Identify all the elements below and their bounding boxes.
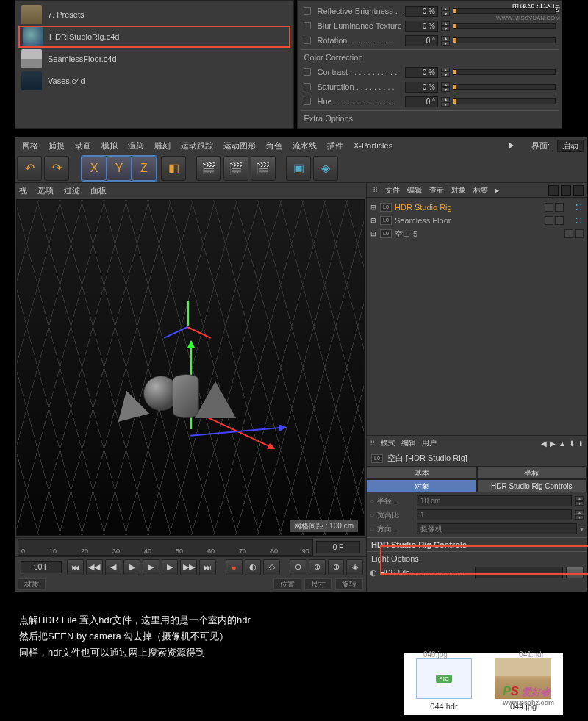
om-menu[interactable]: 对象 bbox=[448, 185, 469, 196]
spline-button[interactable]: ◈ bbox=[313, 156, 338, 181]
menu-item[interactable]: 流水线 bbox=[288, 140, 321, 151]
coord-system-button[interactable]: ◧ bbox=[161, 156, 186, 181]
expand-icon[interactable]: ⊞ bbox=[370, 230, 377, 237]
om-menu[interactable]: 文件 bbox=[382, 185, 403, 196]
file-item-presets[interactable]: 7. Presets bbox=[18, 4, 290, 26]
file-item-hdri[interactable]: HDRIStudioRig.c4d bbox=[18, 26, 290, 48]
slider[interactable] bbox=[453, 23, 556, 29]
vis-tag[interactable] bbox=[575, 229, 584, 238]
menu-item[interactable]: 雕刻 bbox=[150, 140, 175, 151]
record-button[interactable]: ● bbox=[226, 559, 243, 575]
spinner[interactable]: ▴▾ bbox=[441, 7, 450, 16]
file-item-vases[interactable]: Vases.c4d bbox=[18, 70, 290, 92]
timeline-ruler[interactable]: 0 10 20 30 40 50 60 70 80 90 bbox=[18, 539, 313, 556]
checkbox-icon[interactable] bbox=[304, 68, 311, 76]
tab-object[interactable]: 对象 bbox=[367, 479, 477, 492]
menu-item[interactable]: 网格 bbox=[18, 140, 43, 151]
aspect-field[interactable]: 1 bbox=[417, 509, 572, 520]
om-menu[interactable]: 标签 bbox=[470, 185, 491, 196]
browse-button[interactable]: ... bbox=[566, 567, 584, 578]
menu-item[interactable]: X-Particles bbox=[349, 141, 397, 150]
value-field[interactable]: 0 % bbox=[405, 82, 438, 93]
menu-item[interactable]: 捕捉 bbox=[44, 140, 69, 151]
axis-z-button[interactable]: Z bbox=[132, 156, 157, 181]
play-back-button[interactable]: ▶ bbox=[123, 559, 140, 575]
value-field[interactable]: 0 ° bbox=[405, 96, 438, 107]
current-frame[interactable]: 0 F bbox=[316, 541, 360, 553]
play-button[interactable]: ▶ bbox=[143, 559, 159, 575]
object-hdr-rig[interactable]: ⊞ L0 HDR Studio Rig ∷ bbox=[370, 201, 584, 214]
om-menu[interactable]: 编辑 bbox=[404, 185, 425, 196]
file-item-floor[interactable]: SeamlessFloor.c4d bbox=[18, 48, 290, 70]
vis-tag[interactable] bbox=[555, 203, 564, 212]
visibility-dots[interactable]: ∷ bbox=[576, 215, 584, 226]
spinner[interactable]: ▴▾ bbox=[441, 68, 450, 77]
vis-tag[interactable] bbox=[564, 229, 573, 238]
vis-tag[interactable] bbox=[555, 216, 564, 225]
checkbox-icon[interactable] bbox=[304, 7, 311, 15]
prev-key-button[interactable]: ◀◀ bbox=[86, 559, 103, 575]
menu-item[interactable]: 运动图形 bbox=[219, 140, 260, 151]
layout-dropdown[interactable]: 启动 bbox=[557, 140, 584, 152]
tab-basic[interactable]: 基本 bbox=[367, 466, 477, 479]
key-rot-button[interactable]: ⊕ bbox=[328, 559, 345, 575]
key-param-button[interactable]: ◈ bbox=[346, 559, 363, 575]
slider[interactable] bbox=[453, 98, 556, 104]
nav-back-icon[interactable]: ◀ bbox=[541, 440, 547, 448]
hdr-file-field[interactable] bbox=[475, 567, 563, 578]
goto-end-button[interactable]: ⏭ bbox=[199, 559, 216, 575]
menu-item[interactable]: 动画 bbox=[71, 140, 96, 151]
slider[interactable] bbox=[453, 69, 556, 75]
checkbox-icon[interactable] bbox=[304, 83, 311, 90]
tab-controls[interactable]: HDR Studio Rig Controls bbox=[477, 479, 587, 492]
checkbox-icon[interactable] bbox=[304, 98, 311, 105]
om-menu-more[interactable]: ▸ bbox=[492, 186, 502, 194]
lock-icon[interactable]: ⬇ bbox=[569, 440, 575, 448]
slider[interactable] bbox=[453, 37, 556, 43]
shape-pyramid[interactable] bbox=[111, 387, 149, 422]
value-field[interactable]: 0 % bbox=[405, 6, 438, 17]
status-tab[interactable]: 材质 bbox=[18, 578, 46, 590]
status-tab[interactable]: 旋转 bbox=[335, 578, 363, 590]
end-frame[interactable]: 90 F bbox=[21, 561, 62, 573]
render-queue-button[interactable]: 🎬 bbox=[251, 156, 276, 181]
menu-item[interactable]: 角色 bbox=[262, 140, 287, 151]
spinner[interactable]: ▴▾ bbox=[441, 82, 450, 92]
filter-icon[interactable] bbox=[573, 185, 584, 196]
vis-tag[interactable] bbox=[545, 203, 553, 212]
preview-hdr[interactable]: PIC 044.hdr bbox=[412, 658, 476, 711]
redo-button[interactable]: ↷ bbox=[44, 156, 69, 181]
spinner[interactable]: ▴▾ bbox=[575, 510, 584, 520]
value-field[interactable]: 0 % bbox=[405, 67, 438, 78]
value-field[interactable]: 0 % bbox=[405, 21, 438, 32]
autokey-button[interactable]: ◐ bbox=[245, 559, 262, 575]
key-options-button[interactable]: ◇ bbox=[263, 559, 280, 575]
next-key-button[interactable]: ▶▶ bbox=[180, 559, 197, 575]
vp-tab[interactable]: 面板 bbox=[90, 185, 107, 196]
menu-item[interactable]: 渲染 bbox=[123, 140, 148, 151]
menu-item[interactable]: 插件 bbox=[323, 140, 348, 151]
menu-item[interactable]: 模拟 bbox=[97, 140, 122, 151]
primitive-button[interactable]: ▣ bbox=[286, 156, 311, 181]
orient-dropdown[interactable]: 摄像机 bbox=[417, 523, 577, 534]
render-settings-button[interactable]: 🎬 bbox=[223, 156, 248, 181]
status-tab[interactable]: 尺寸 bbox=[304, 578, 332, 590]
spinner[interactable]: ▴▾ bbox=[441, 21, 450, 31]
attr-menu[interactable]: 用户 bbox=[422, 438, 437, 448]
expand-icon[interactable]: ⊞ bbox=[370, 204, 377, 211]
new-icon[interactable]: ⬆ bbox=[578, 440, 584, 448]
status-tab[interactable]: 位置 bbox=[273, 578, 301, 590]
attr-menu[interactable]: 模式 bbox=[381, 438, 395, 448]
key-scale-button[interactable]: ⊕ bbox=[309, 559, 326, 575]
object-null[interactable]: ⊞ L0 空白.5 bbox=[370, 227, 584, 240]
slider[interactable] bbox=[453, 84, 556, 90]
slider[interactable] bbox=[453, 8, 556, 14]
attr-menu[interactable]: 编辑 bbox=[401, 438, 416, 448]
vp-tab[interactable]: 视 bbox=[19, 185, 27, 196]
vp-tab[interactable]: 过滤 bbox=[64, 185, 80, 196]
dropdown-icon[interactable]: ▾ bbox=[580, 525, 584, 533]
transform-gizmo[interactable] bbox=[170, 301, 207, 337]
axis-y-button[interactable]: Y bbox=[107, 156, 132, 181]
key-pos-button[interactable]: ⊕ bbox=[290, 559, 306, 575]
tab-coord[interactable]: 坐标 bbox=[477, 466, 587, 479]
